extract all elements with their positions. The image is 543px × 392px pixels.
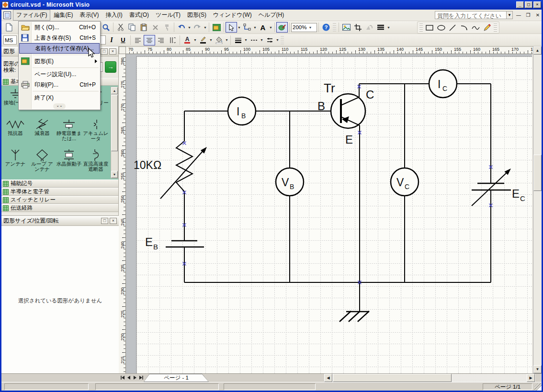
file-menu-shapes[interactable]: 図形(E) (19, 56, 100, 67)
pointer-tool-button[interactable] (226, 22, 237, 33)
menu-file[interactable]: ファイル(F) (13, 10, 50, 21)
menu-view[interactable]: 表示(V) (76, 10, 102, 21)
horizontal-scrollbar[interactable]: ◀ ▶ (324, 374, 535, 382)
undo-dropdown-icon[interactable]: ▼ (187, 22, 192, 33)
align-right-button[interactable] (155, 35, 167, 45)
redo-button[interactable] (192, 22, 203, 33)
prev-page-button[interactable] (126, 375, 132, 381)
question-dropdown-icon[interactable]: ▼ (507, 11, 513, 19)
stencil-shape-crystal[interactable]: 水晶振動子 (56, 148, 82, 179)
vertical-align-button[interactable] (167, 35, 178, 45)
h-ruler[interactable]: 7075808590951001051101151201251301351401… (126, 46, 533, 54)
pencil-tool-button[interactable] (481, 22, 493, 33)
undo-button[interactable] (176, 22, 187, 33)
stencil-header-switch-relay[interactable]: スイッチとリレー (1, 196, 118, 204)
new-document-button[interactable] (3, 22, 15, 33)
stencil-shape-loop-antenna[interactable]: ループ アンテナ (29, 148, 56, 179)
align-center-button[interactable] (144, 35, 155, 45)
stencil-shape-attenuator[interactable]: 減衰器 (29, 117, 56, 148)
stencil-shape-antenna[interactable]: アンテナ (2, 148, 29, 179)
maximize-button[interactable]: □ (525, 1, 532, 8)
zoom-combo[interactable]: 200% ▼ (291, 23, 317, 32)
question-input[interactable]: 質問を入力してください (435, 11, 507, 19)
underline-button[interactable]: U (117, 35, 129, 45)
stencil-header-auxiliary[interactable]: 補助記号 (1, 179, 118, 188)
cut-button[interactable] (115, 22, 126, 33)
crop-tool-button[interactable] (352, 22, 363, 33)
doc-restore-button[interactable]: ❐ (524, 11, 532, 19)
line-color-button[interactable] (197, 35, 209, 45)
close-button[interactable]: × (533, 1, 541, 8)
meter-vb[interactable] (276, 168, 304, 196)
meter-ib[interactable] (228, 97, 256, 125)
stencil-shape-resistor[interactable]: 抵抗器 (2, 117, 29, 148)
stencil-shape-capacitor[interactable]: 静電容量または... (56, 117, 82, 148)
next-page-button[interactable] (132, 375, 138, 381)
file-menu-save[interactable]: 上書き保存(S)Ctrl+S (19, 33, 100, 43)
font-color-dropdown-icon[interactable]: ▼ (193, 35, 197, 45)
line-ends-button[interactable] (264, 35, 275, 45)
size-pane-close-icon[interactable]: × (110, 218, 117, 224)
rectangle-tool-button[interactable] (424, 22, 435, 33)
file-menu-open[interactable]: 開く(O)...Ctrl+O (19, 22, 100, 33)
shape-search-go-button[interactable]: → (105, 61, 116, 73)
line-weight-button[interactable] (232, 35, 244, 45)
shapes-pane-close-icon[interactable]: × (109, 48, 116, 55)
drawing-canvas[interactable]: Tr B C E 10KΩ I B I C V B V C E B E C (126, 54, 532, 373)
text-dropdown-icon[interactable]: ▼ (269, 22, 273, 33)
paste-button[interactable] (138, 22, 149, 33)
vertical-scroll-thumb[interactable] (533, 155, 542, 191)
arc-tool-button[interactable] (458, 22, 470, 33)
menu-help[interactable]: ヘルプ(H) (255, 10, 288, 21)
doc-close-button[interactable]: ✕ (534, 11, 542, 19)
stencil-scroll-thumb[interactable] (111, 95, 118, 151)
line-ends-dropdown-icon[interactable]: ▼ (275, 35, 280, 45)
menu-format[interactable]: 書式(O) (126, 10, 152, 21)
font-name-combo[interactable]: MS (3, 35, 17, 45)
lines-dropdown-icon[interactable]: ▼ (386, 22, 391, 33)
menu-tools[interactable]: ツール(T) (152, 10, 184, 21)
line-tool-button[interactable] (447, 22, 458, 33)
menu-insert[interactable]: 挿入(I) (102, 10, 125, 21)
resize-grip[interactable] (534, 383, 542, 391)
pointer-dropdown-icon[interactable]: ▼ (237, 22, 241, 33)
menu-shape[interactable]: 図形(S) (184, 10, 210, 21)
size-pane-maximize-icon[interactable]: □ (101, 218, 108, 224)
scroll-down-icon[interactable]: ▼ (533, 365, 542, 373)
drawing-toolbar-overflow[interactable] (494, 23, 497, 33)
stencil-scroll-down-icon[interactable]: ▼ (111, 171, 118, 178)
freeform-tool-button[interactable] (470, 22, 481, 33)
line-weight-dropdown-icon[interactable]: ▼ (244, 35, 248, 45)
scroll-left-icon[interactable]: ◀ (324, 374, 332, 382)
formatting-overflow-grip[interactable] (281, 35, 284, 45)
help-button[interactable]: ? (320, 22, 332, 33)
page-tab[interactable]: ページ - 1 (144, 374, 209, 382)
fill-color-dropdown-icon[interactable]: ▼ (225, 35, 229, 45)
v-ruler[interactable]: 2802752702652602552502452402352302252202… (119, 54, 126, 373)
vertical-scrollbar[interactable]: ▲ ▼ (533, 46, 542, 373)
file-menu-save-as[interactable]: 名前を付けて保存(A)... (19, 43, 100, 54)
stencil-header-semiconductor[interactable]: 半導体と電子管 (1, 188, 118, 196)
copy-button[interactable] (126, 22, 138, 33)
delete-button[interactable] (149, 22, 161, 33)
insert-picture-button[interactable] (340, 22, 352, 33)
file-menu-print[interactable]: 印刷(P)...Ctrl+P (19, 79, 100, 90)
fill-color-button[interactable] (213, 35, 225, 45)
shapes-window-button[interactable] (211, 22, 222, 33)
text-tool-button[interactable]: A (257, 22, 269, 33)
menu-window[interactable]: ウィンドウ(W) (210, 10, 255, 21)
line-pattern-button[interactable] (248, 35, 260, 45)
italic-button[interactable]: I (106, 35, 117, 45)
format-painter-button[interactable] (161, 22, 172, 33)
meter-ic[interactable] (429, 70, 457, 98)
rotate-tool-button[interactable] (363, 22, 375, 33)
align-left-button[interactable] (132, 35, 144, 45)
transistor[interactable] (331, 94, 365, 128)
stamp-tool-button[interactable] (276, 22, 288, 33)
ellipse-tool-button[interactable] (435, 22, 447, 33)
drawing-toolbar-grip[interactable] (419, 23, 423, 33)
redo-dropdown-icon[interactable]: ▼ (203, 22, 207, 33)
menu-edit[interactable]: 編集(E) (50, 10, 76, 21)
last-page-button[interactable] (138, 375, 144, 381)
horizontal-scroll-thumb[interactable] (333, 374, 452, 382)
